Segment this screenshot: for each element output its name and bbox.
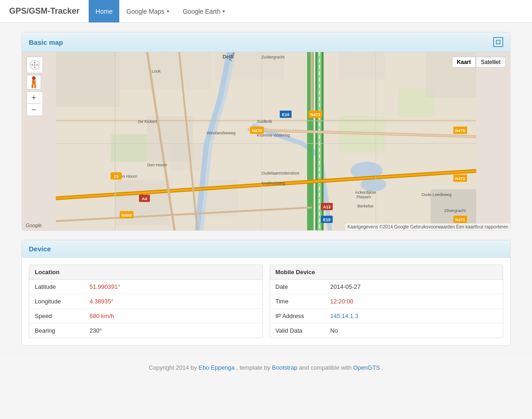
svg-text:Den Hoorn: Den Hoorn: [147, 163, 167, 167]
nav-item-home[interactable]: Home: [89, 0, 119, 22]
svg-text:Zuidkolk: Zuidkolk: [257, 119, 272, 124]
mobile-table-wrap: Mobile Device Date 2014-05-27 Time 12:20…: [270, 265, 504, 338]
footer-text1: Copyright 2014 by: [149, 364, 198, 371]
brand[interactable]: GPS/GSM-Tracker: [9, 6, 80, 16]
zoom-in-button[interactable]: +: [27, 92, 41, 104]
latitude-label: Latitude: [29, 280, 84, 294]
svg-text:Look: Look: [152, 69, 161, 74]
speed-value: 680 km/h: [84, 309, 262, 324]
device-tables: Location Latitude 51.990391° Longitude 4…: [29, 265, 503, 338]
zoom-out-button[interactable]: −: [27, 104, 41, 116]
svg-text:N470: N470: [455, 128, 465, 133]
map-type-kaart[interactable]: Kaart: [452, 57, 476, 68]
longitude-value: 4.38935°: [84, 294, 262, 309]
footer-link-opengts[interactable]: OpenGTS: [353, 364, 380, 371]
svg-text:De Kickert: De Kickert: [138, 119, 157, 124]
svg-text:Berkelse: Berkelse: [357, 204, 373, 208]
svg-text:E19: E19: [282, 112, 289, 117]
nav-menu: Home Google Maps ▾ Google Earth ▾: [89, 0, 232, 22]
map-svg: N473 N470 N470 A13 E19 E19: [22, 52, 510, 230]
chevron-down-icon: ▾: [223, 9, 225, 14]
ip-address-label: IP Address: [270, 309, 325, 324]
svg-text:Zuidergracht: Zuidergracht: [261, 55, 285, 59]
table-row: IP Address 145.14.1.3: [270, 309, 503, 324]
basic-map-body: N473 N470 N470 A13 E19 E19: [22, 52, 510, 230]
nav-label-home: Home: [96, 8, 112, 15]
table-row: Speed 680 km/h: [29, 309, 262, 324]
table-row: Bearing 230°: [29, 324, 262, 338]
map-container[interactable]: N473 N470 N470 A13 E19 E19: [22, 52, 510, 230]
longitude-label: Longitude: [29, 294, 84, 309]
device-panel-body: Location Latitude 51.990391° Longitude 4…: [22, 258, 510, 345]
nav-item-google-earth[interactable]: Google Earth ▾: [176, 0, 232, 22]
location-table-header: Location: [29, 265, 262, 280]
svg-text:N468: N468: [122, 213, 132, 217]
svg-text:Oudelaanmolensloot: Oudelaanmolensloot: [261, 171, 299, 175]
svg-text:N472: N472: [455, 176, 465, 181]
svg-point-71: [32, 76, 36, 80]
svg-marker-69: [37, 64, 38, 66]
map-logo: Google: [26, 223, 42, 228]
valid-data-label: Valid Data: [270, 324, 325, 338]
svg-text:23: 23: [114, 174, 118, 179]
device-panel-title: Device: [29, 245, 51, 253]
time-label: Time: [270, 294, 325, 309]
svg-text:Ackerdijkse: Ackerdijkse: [355, 190, 376, 195]
svg-rect-8: [120, 52, 211, 89]
svg-rect-10: [115, 180, 170, 226]
svg-marker-68: [31, 64, 33, 66]
svg-rect-74: [34, 85, 36, 88]
valid-data-value: No: [325, 324, 503, 338]
footer-link-bootstrap[interactable]: Bootstrap: [272, 364, 298, 371]
table-row: Date 2014-05-27: [270, 280, 503, 294]
svg-text:Kruithuisweg: Kruithuisweg: [261, 181, 285, 186]
device-panel: Device Location Latitude: [21, 240, 511, 345]
svg-text:Plassen: Plassen: [356, 195, 371, 199]
footer: Copyright 2014 by Ebo Eppenga , template…: [0, 355, 532, 380]
svg-text:Westlandseweg: Westlandseweg: [207, 131, 235, 135]
svg-rect-14: [339, 52, 385, 80]
map-type-buttons: Kaart Satelliet: [452, 57, 505, 68]
latitude-value: 51.990391°: [84, 280, 262, 294]
pegman-icon: [29, 76, 39, 89]
svg-rect-72: [32, 80, 36, 85]
svg-text:A4: A4: [142, 196, 147, 201]
speed-label: Speed: [29, 309, 84, 324]
mobile-table-header: Mobile Device: [270, 265, 503, 280]
svg-marker-66: [34, 61, 36, 63]
svg-text:N473: N473: [310, 112, 320, 117]
nav-item-google-maps[interactable]: Google Maps ▾: [119, 0, 176, 22]
footer-text2: , template by: [236, 364, 272, 371]
footer-link-ebo[interactable]: Ebo Eppenga: [199, 364, 235, 371]
bearing-label: Bearing: [29, 324, 84, 338]
device-panel-header: Device: [22, 240, 510, 258]
square-icon: [496, 40, 500, 44]
nav-label-google-earth: Google Earth: [183, 8, 221, 15]
pegman-control[interactable]: [27, 75, 41, 90]
svg-text:Zilvergracht: Zilvergracht: [444, 208, 466, 213]
ip-address-value: 145.14.1.3: [325, 309, 503, 324]
svg-marker-67: [34, 67, 36, 69]
map-nav-control[interactable]: [27, 57, 43, 73]
bearing-value: 230°: [84, 324, 262, 338]
table-row: Time 12:20:00: [270, 294, 503, 309]
main-content: Basic map: [15, 32, 517, 345]
location-table: Location Latitude 51.990391° Longitude 4…: [29, 265, 262, 338]
map-type-satelliet[interactable]: Satelliet: [476, 57, 505, 68]
footer-text3: and compatible with: [299, 364, 353, 371]
panel-maximize-button[interactable]: [493, 37, 503, 47]
svg-text:Delft: Delft: [223, 54, 234, 59]
mobile-table: Mobile Device Date 2014-05-27 Time 12:20…: [270, 265, 503, 338]
svg-point-70: [34, 64, 36, 66]
svg-rect-7: [56, 52, 120, 107]
date-value: 2014-05-27: [325, 280, 503, 294]
location-table-wrap: Location Latitude 51.990391° Longitude 4…: [29, 265, 263, 338]
navbar: GPS/GSM-Tracker Home Google Maps ▾ Googl…: [0, 0, 532, 23]
map-attribution: Kaartgegevens ©2014 Google Gebruiksvoorw…: [346, 223, 510, 230]
basic-map-panel: Basic map: [21, 32, 511, 231]
nav-arrows-icon: [30, 60, 40, 70]
basic-map-panel-header: Basic map: [22, 32, 510, 52]
table-row: Longitude 4.38935°: [29, 294, 262, 309]
svg-text:Kromme Watering: Kromme Watering: [257, 133, 290, 138]
table-row: Valid Data No: [270, 324, 503, 338]
